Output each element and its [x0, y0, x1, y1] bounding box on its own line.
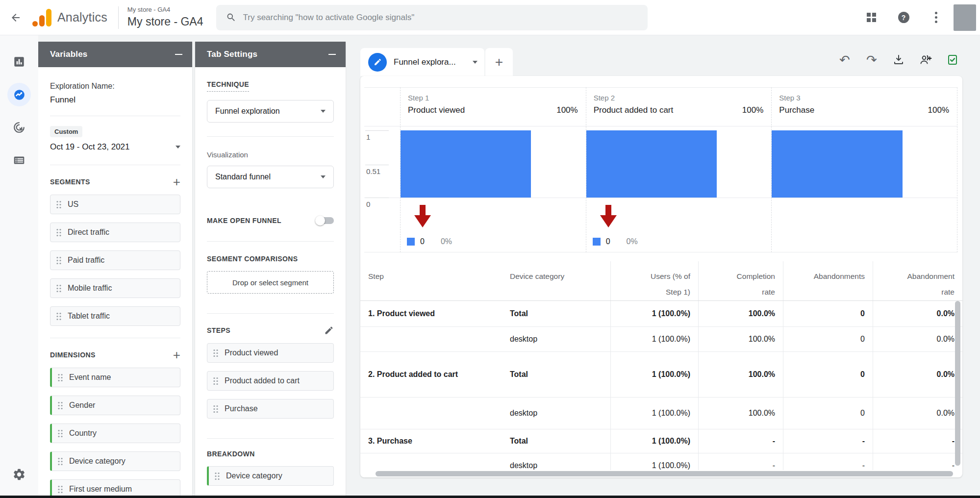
table-header-cell[interactable]: Abandonment rate — [873, 261, 962, 300]
abandonment-rate-cell: - — [873, 429, 962, 453]
dimension-chip[interactable]: Gender — [50, 396, 180, 415]
add-segment-icon[interactable]: + — [173, 177, 180, 187]
variables-title: Variables — [50, 50, 87, 59]
table-row[interactable]: 3. PurchaseTotal1 (100.0%)--- — [360, 429, 962, 453]
funnel-bar[interactable] — [772, 130, 902, 198]
segment-chip[interactable]: US — [50, 195, 180, 214]
segment-chip[interactable]: Mobile traffic — [50, 278, 180, 298]
funnel-exploration-tab[interactable]: Funnel explora... — [360, 48, 484, 76]
tab-settings-minimize-icon[interactable] — [328, 54, 336, 55]
abandonment-arrow-icon — [414, 205, 431, 228]
step-completion-pct: 100% — [928, 105, 949, 115]
step-name: Product viewed — [408, 105, 465, 115]
export-saved-icon[interactable] — [946, 53, 959, 67]
dots — [935, 12, 937, 23]
breakdown-label: BREAKDOWN — [207, 450, 255, 458]
add-dimension-icon[interactable]: + — [173, 350, 180, 360]
segment-chip[interactable]: Tablet traffic — [50, 306, 180, 326]
y-axis-label: 0.51 — [366, 167, 380, 175]
dimensions-list: Event nameGenderCountryDevice categoryFi… — [50, 368, 180, 498]
download-icon[interactable] — [892, 53, 905, 67]
funnel-bar[interactable] — [586, 130, 717, 198]
table-header-cell[interactable]: Abandonments — [783, 261, 873, 300]
funnel-step-chip[interactable]: Product viewed — [207, 343, 334, 363]
left-nav-rail — [0, 35, 38, 498]
funnel-step-column: Step 3Purchase100% — [771, 87, 957, 252]
funnel-step-chip[interactable]: Purchase — [207, 399, 334, 419]
visualization-select[interactable]: Standard funnel — [207, 166, 334, 188]
segment-chip[interactable]: Paid traffic — [50, 250, 180, 270]
abandonment-rate: 0% — [441, 237, 452, 246]
open-funnel-toggle[interactable] — [316, 217, 334, 224]
table-row[interactable]: desktop1 (100.0%)--- — [360, 453, 962, 470]
share-users-icon[interactable] — [919, 53, 932, 67]
table-row[interactable]: 2. Product added to cartTotal1 (100.0%)1… — [360, 352, 962, 398]
table-header-cell[interactable]: Completion rate — [698, 261, 783, 300]
table-header-row: StepDevice categoryUsers (% of Step 1)Co… — [360, 261, 962, 301]
abandonment-rate-cell: 0.0% — [873, 398, 962, 429]
admin-gear-icon[interactable] — [7, 463, 31, 486]
undo-icon[interactable]: ↶ — [838, 53, 852, 67]
segment-chip[interactable]: Direct traffic — [50, 223, 180, 242]
funnel-chart: 10.510 Step 1Product viewed100%00%Step 2… — [360, 76, 962, 252]
abandonments-cell: - — [783, 453, 873, 470]
abandonment-count: 0 — [606, 237, 610, 246]
abandonments-cell: - — [783, 429, 873, 453]
property-switcher[interactable]: My store - GA4 My store - GA4 — [127, 6, 203, 28]
abandonment-legend: 00% — [593, 237, 638, 246]
abandonment-rate-cell: 0.0% — [873, 352, 962, 397]
variables-minimize-icon[interactable] — [175, 54, 182, 55]
product-name: Analytics — [57, 10, 107, 25]
visualization-label: Visualization — [207, 150, 334, 159]
abandonments-cell: 0 — [783, 301, 873, 326]
steps-label: STEPS — [207, 326, 230, 334]
nav-reports-icon[interactable] — [7, 50, 31, 74]
segment-drop-zone[interactable]: Drop or select segment — [207, 271, 334, 294]
dimension-chip-label: Gender — [69, 401, 95, 410]
funnel-step-chip[interactable]: Product added to cart — [207, 371, 334, 391]
technique-select[interactable]: Funnel exploration — [207, 100, 334, 123]
grid-squares — [867, 13, 876, 22]
date-custom-badge: Custom — [50, 126, 82, 137]
variables-panel-header: Variables — [38, 42, 192, 67]
nav-advertising-icon[interactable] — [7, 116, 31, 139]
back-arrow-icon[interactable] — [6, 8, 25, 27]
segment-chip-label: Mobile traffic — [68, 284, 112, 293]
breakdown-chip[interactable]: Device category — [207, 466, 334, 486]
step-completion-pct: 100% — [556, 105, 578, 115]
table-header-cell[interactable]: Users (% of Step 1) — [610, 261, 698, 300]
edit-steps-pencil-icon[interactable] — [324, 325, 334, 335]
nav-explore-icon[interactable] — [7, 83, 31, 106]
global-search[interactable] — [216, 5, 648, 30]
dimension-chip[interactable]: Event name — [50, 368, 180, 387]
horizontal-scrollbar[interactable] — [376, 471, 953, 476]
exploration-name-value[interactable]: Funnel — [50, 95, 180, 105]
date-range-picker[interactable]: Oct 19 - Oct 23, 2021 — [50, 142, 180, 152]
vertical-scrollbar[interactable] — [955, 301, 960, 466]
redo-icon[interactable]: ↷ — [865, 53, 879, 67]
table-row[interactable]: desktop1 (100.0%)100.0%00.0% — [360, 327, 962, 352]
search-input[interactable] — [243, 13, 638, 23]
step-cell: 3. Purchase — [360, 429, 502, 453]
completion-rate-cell: - — [698, 453, 783, 470]
dimension-chip-label: Device category — [69, 457, 126, 466]
diagnostics-grid-icon[interactable] — [862, 9, 880, 26]
user-avatar[interactable] — [954, 4, 976, 31]
property-name: My store - GA4 — [127, 15, 203, 28]
table-row[interactable]: 1. Product viewedTotal1 (100.0%)100.0%00… — [360, 301, 962, 327]
dimension-chip[interactable]: Country — [50, 423, 180, 443]
table-header-cell[interactable]: Device category — [502, 261, 610, 300]
add-tab-button[interactable]: + — [485, 48, 513, 76]
help-icon[interactable]: ? — [895, 9, 912, 26]
table-row[interactable]: desktop1 (100.0%)100.0%00.0% — [360, 398, 962, 429]
breakdown-chip-label: Device category — [226, 472, 282, 480]
table-header-cell[interactable]: Step — [360, 261, 502, 300]
funnel-bar[interactable] — [401, 130, 531, 198]
users-cell: 1 (100.0%) — [610, 352, 698, 397]
more-vertical-icon[interactable] — [927, 9, 945, 26]
dimension-chip[interactable]: Device category — [50, 451, 180, 471]
analytics-logo-icon[interactable] — [32, 9, 51, 26]
nav-configure-icon[interactable] — [7, 149, 31, 172]
abandonments-cell: 0 — [783, 327, 873, 351]
logo-bar-tall — [46, 9, 51, 26]
